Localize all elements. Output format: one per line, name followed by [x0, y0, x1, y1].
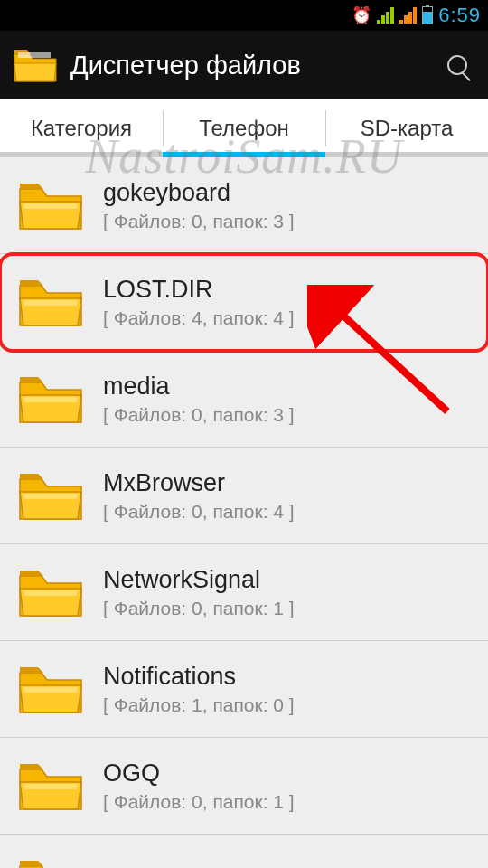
tab-label: Телефон [199, 116, 289, 141]
status-bar: ⏰ 6:59 [0, 0, 488, 31]
app-folder-icon [13, 47, 58, 83]
folder-name: Notifications [103, 663, 295, 691]
folder-subtitle: [ Файлов: 0, папок: 1 ] [103, 791, 295, 813]
folder-name: MxBrowser [103, 469, 295, 497]
folder-row[interactable]: LOST.DIR[ Файлов: 4, папок: 4 ] [0, 254, 488, 351]
folder-text: media[ Файлов: 0, папок: 3 ] [103, 373, 295, 426]
folder-subtitle: [ Файлов: 0, папок: 4 ] [103, 501, 295, 523]
folder-icon [16, 178, 85, 232]
tab-phone[interactable]: Телефон [163, 99, 325, 157]
folder-text: OGQ[ Файлов: 0, папок: 1 ] [103, 760, 295, 813]
folder-subtitle: [ Файлов: 0, папок: 3 ] [103, 404, 295, 426]
folder-icon [16, 275, 85, 329]
alarm-icon: ⏰ [352, 5, 371, 25]
folder-text: gokeyboard[ Файлов: 0, папок: 3 ] [103, 179, 295, 232]
folder-icon [16, 468, 85, 523]
folder-icon [16, 565, 85, 619]
signal-sim2-icon [399, 7, 417, 24]
status-clock: 6:59 [438, 4, 481, 27]
folder-text: Notifications[ Файлов: 1, папок: 0 ] [103, 663, 295, 716]
folder-row[interactable]: gokeyboard[ Файлов: 0, папок: 3 ] [0, 157, 488, 254]
status-icons: ⏰ 6:59 [352, 4, 481, 27]
folder-text: LOST.DIR[ Файлов: 4, папок: 4 ] [103, 276, 295, 329]
folder-subtitle: [ Файлов: 1, папок: 0 ] [103, 694, 295, 716]
folder-name: media [103, 373, 295, 401]
app-title: Диспетчер файлов [70, 51, 427, 80]
search-icon [447, 55, 467, 75]
folder-row[interactable]: Notifications[ Файлов: 1, папок: 0 ] [0, 641, 488, 738]
folder-row[interactable]: OpenSignal [0, 835, 488, 868]
folder-subtitle: [ Файлов: 0, папок: 1 ] [103, 598, 295, 619]
folder-name: NetworkSignal [103, 566, 295, 594]
svg-rect-0 [18, 52, 51, 58]
folder-name: gokeyboard [103, 179, 295, 207]
folder-row[interactable]: MxBrowser[ Файлов: 0, папок: 4 ] [0, 448, 488, 544]
folder-icon [16, 759, 85, 813]
app-header: Диспетчер файлов [0, 31, 488, 99]
tab-label: Категория [31, 116, 132, 141]
tab-category[interactable]: Категория [0, 99, 163, 157]
folder-icon [16, 855, 85, 868]
folder-icon [16, 662, 85, 716]
folder-name: LOST.DIR [103, 276, 295, 304]
search-button[interactable] [439, 47, 475, 83]
signal-sim1-icon [377, 7, 394, 24]
folder-icon [16, 372, 85, 426]
folder-subtitle: [ Файлов: 0, папок: 3 ] [103, 211, 295, 232]
tab-sdcard[interactable]: SD-карта [325, 99, 488, 157]
battery-icon [422, 6, 433, 24]
folder-row[interactable]: NetworkSignal[ Файлов: 0, папок: 1 ] [0, 544, 488, 641]
folder-list[interactable]: gokeyboard[ Файлов: 0, папок: 3 ] LOST.D… [0, 157, 488, 868]
tabs: Категория Телефон SD-карта [0, 99, 488, 157]
folder-name: OGQ [103, 760, 295, 788]
folder-row[interactable]: OGQ[ Файлов: 0, папок: 1 ] [0, 738, 488, 835]
folder-row[interactable]: media[ Файлов: 0, папок: 3 ] [0, 351, 488, 448]
tab-label: SD-карта [361, 116, 454, 141]
folder-text: MxBrowser[ Файлов: 0, папок: 4 ] [103, 469, 295, 523]
folder-text: NetworkSignal[ Файлов: 0, папок: 1 ] [103, 566, 295, 619]
folder-subtitle: [ Файлов: 4, папок: 4 ] [103, 307, 295, 329]
